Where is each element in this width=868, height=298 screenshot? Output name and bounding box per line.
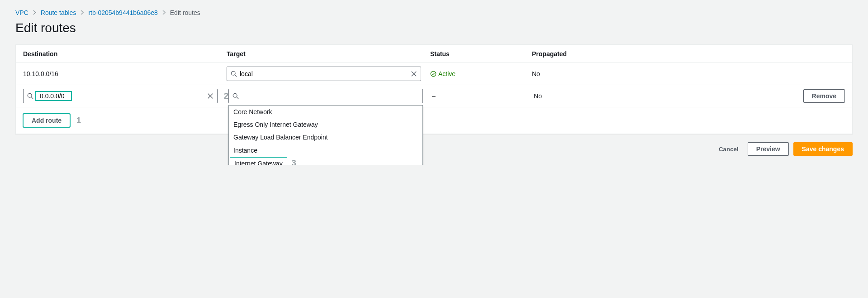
destination-input[interactable] xyxy=(40,92,70,100)
svg-point-3 xyxy=(233,93,237,97)
clear-icon[interactable] xyxy=(411,71,417,77)
dropdown-item[interactable]: Egress Only Internet Gateway xyxy=(229,118,422,131)
target-dropdown: Core Network Egress Only Internet Gatewa… xyxy=(228,105,423,165)
annotation-3: 3 xyxy=(292,159,296,165)
search-icon xyxy=(27,93,33,99)
svg-point-1 xyxy=(431,71,436,76)
add-route-button[interactable]: Add route xyxy=(23,114,70,127)
propagated-text: No xyxy=(532,70,540,77)
breadcrumbs: VPC Route tables rtb-02054b9441b6a06e8 E… xyxy=(15,9,853,16)
propagated-text: No xyxy=(534,92,542,100)
annotation-2: 2 xyxy=(224,91,228,101)
check-circle-icon xyxy=(430,71,436,77)
search-icon xyxy=(232,93,239,99)
breadcrumb-current: Edit routes xyxy=(170,9,200,16)
table-row: 2 Core Network Egress Only Internet Gate… xyxy=(16,85,852,107)
dropdown-item[interactable]: Core Network xyxy=(229,106,422,118)
dropdown-item[interactable]: Instance xyxy=(229,144,422,157)
routes-panel: Destination Target Status Propagated 10.… xyxy=(15,44,853,134)
dropdown-item-internet-gateway[interactable]: Internet Gateway xyxy=(230,157,287,165)
cancel-button[interactable]: Cancel xyxy=(714,143,743,155)
annotation-1: 1 xyxy=(76,116,81,125)
target-input[interactable] xyxy=(242,92,419,100)
chevron-right-icon xyxy=(33,9,36,16)
target-search-box[interactable] xyxy=(227,67,421,81)
status-text: – xyxy=(432,92,436,100)
svg-point-2 xyxy=(28,93,32,97)
chevron-right-icon xyxy=(162,9,166,16)
chevron-right-icon xyxy=(81,9,84,16)
save-button[interactable]: Save changes xyxy=(793,142,853,156)
preview-button[interactable]: Preview xyxy=(748,142,789,156)
dropdown-item[interactable]: Gateway Load Balancer Endpoint xyxy=(229,131,422,144)
target-search-box[interactable] xyxy=(228,89,423,103)
col-header-target: Target xyxy=(227,50,430,58)
remove-button[interactable]: Remove xyxy=(803,89,845,103)
col-header-status: Status xyxy=(430,50,532,58)
status-badge: Active xyxy=(430,70,455,77)
table-header-row: Destination Target Status Propagated xyxy=(16,45,852,63)
add-route-row: Add route 1 xyxy=(16,107,852,134)
page-actions: Cancel Preview Save changes xyxy=(15,142,853,156)
search-icon xyxy=(231,71,237,77)
page-title: Edit routes xyxy=(15,21,853,35)
breadcrumb-vpc[interactable]: VPC xyxy=(15,9,28,16)
breadcrumb-route-tables[interactable]: Route tables xyxy=(41,9,76,16)
svg-point-0 xyxy=(231,71,235,75)
destination-search-box[interactable] xyxy=(23,89,218,103)
table-row: 10.10.0.0/16 Active No xyxy=(16,63,852,85)
destination-text: 10.10.0.0/16 xyxy=(23,70,58,77)
clear-icon[interactable] xyxy=(207,93,213,99)
breadcrumb-rtb-id[interactable]: rtb-02054b9441b6a06e8 xyxy=(88,9,157,16)
col-header-destination: Destination xyxy=(23,50,227,58)
target-input[interactable] xyxy=(240,70,411,77)
col-header-propagated: Propagated xyxy=(532,50,600,58)
